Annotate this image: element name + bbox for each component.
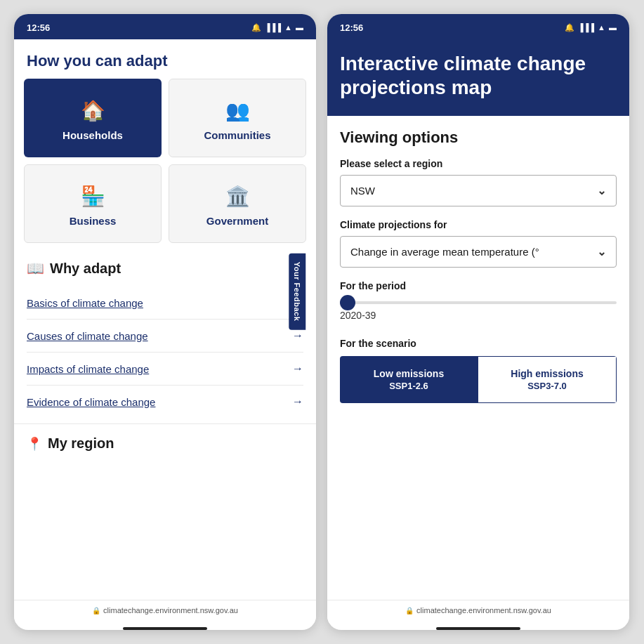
pin-icon: 📍 (27, 436, 42, 452)
causes-arrow: → (292, 329, 303, 342)
battery-icon: ▬ (296, 23, 303, 32)
nav-link-evidence[interactable]: Evidence of climate change → (27, 386, 303, 418)
status-icons-left: 🔔 ▐▐▐ ▲ ▬ (251, 23, 303, 32)
scenario-section: For the scenario Low emissions SSP1-2.6 … (327, 332, 629, 403)
households-label: Households (63, 129, 123, 141)
impacts-link-text: Impacts of climate change (27, 363, 149, 375)
signal-icon: ▐▐▐ (265, 23, 281, 32)
region-group: Please select a region NSW ⌄ (340, 158, 617, 206)
nav-links: Basics of climate change → Causes of cli… (14, 287, 316, 418)
home-indicator-1 (123, 627, 207, 630)
government-label: Government (206, 215, 268, 227)
notification-icon: 🔔 (251, 23, 261, 32)
period-label: For the period (340, 280, 617, 291)
signal-icon-2: ▐▐▐ (578, 23, 594, 32)
slider-track (340, 301, 617, 304)
battery-icon-2: ▬ (609, 23, 617, 32)
nav-link-impacts[interactable]: Impacts of climate change → (27, 353, 303, 386)
my-region-section: 📍 My region (14, 423, 316, 459)
time-right: 12:56 (340, 22, 363, 33)
phone1-footer: 🔒 climatechange.environment.nsw.gov.au (14, 600, 316, 623)
notification-icon-2: 🔔 (565, 23, 574, 32)
basics-link-text: Basics of climate change (27, 297, 143, 309)
wifi-icon: ▲ (284, 23, 292, 32)
wifi-icon-2: ▲ (598, 23, 605, 32)
phone-right: 12:56 🔔 ▐▐▐ ▲ ▬ Interactive climate chan… (327, 14, 629, 630)
why-adapt-title: Why adapt (50, 261, 121, 277)
households-icon: 🏠 (81, 99, 105, 122)
communities-label: Communities (204, 129, 270, 141)
feedback-tab[interactable]: Your Feedback (289, 253, 306, 329)
impacts-arrow: → (292, 362, 303, 375)
nav-link-causes[interactable]: Causes of climate change → (27, 320, 303, 353)
phone1-content: How you can adapt 🏠 Households 👥 Communi… (14, 39, 316, 600)
footer-url-1: climatechange.environment.nsw.gov.au (103, 606, 238, 615)
projections-label: Climate projections for (340, 219, 617, 230)
business-icon: 🏪 (81, 185, 105, 208)
period-value: 2020-39 (340, 310, 617, 321)
high-emissions-label: High emissions (511, 368, 583, 379)
footer-url-2: climatechange.environment.nsw.gov.au (416, 606, 551, 615)
status-bar-left: 12:56 🔔 ▐▐▐ ▲ ▬ (14, 14, 316, 39)
my-region-title: My region (48, 435, 114, 452)
projections-select[interactable]: Change in average mean temperature (° ⌄ (340, 236, 617, 268)
my-region-header: 📍 My region (27, 435, 303, 452)
low-emissions-ssp: SSP1-2.6 (347, 381, 471, 391)
status-icons-right: 🔔 ▐▐▐ ▲ ▬ (565, 23, 617, 32)
viewing-options: Viewing options Please select a region N… (327, 116, 629, 268)
lock-icon-2: 🔒 (405, 607, 414, 615)
region-value: NSW (350, 185, 375, 197)
business-label: Business (70, 215, 117, 227)
viewing-options-title: Viewing options (340, 129, 617, 147)
projections-group: Climate projections for Change in averag… (340, 219, 617, 268)
lock-icon-1: 🔒 (92, 607, 100, 615)
book-icon: 📖 (27, 260, 44, 277)
causes-link-text: Causes of climate change (27, 330, 148, 342)
scenario-high-emissions[interactable]: High emissions SSP3-7.0 (478, 356, 617, 403)
scenario-low-emissions[interactable]: Low emissions SSP1-2.6 (340, 356, 478, 403)
card-business[interactable]: 🏪 Business (24, 164, 162, 243)
card-communities[interactable]: 👥 Communities (169, 79, 306, 157)
phone2-header: Interactive climate change projections m… (327, 39, 629, 116)
period-section: For the period 2020-39 (327, 280, 629, 332)
scenario-label: For the scenario (340, 338, 617, 349)
slider-thumb[interactable] (340, 295, 355, 310)
scenario-buttons: Low emissions SSP1-2.6 High emissions SS… (340, 356, 617, 403)
region-select[interactable]: NSW ⌄ (340, 175, 617, 206)
nav-link-basics[interactable]: Basics of climate change → (27, 287, 303, 320)
projections-chevron: ⌄ (597, 245, 606, 258)
phone-left: 12:56 🔔 ▐▐▐ ▲ ▬ Your Feedback How you ca… (14, 14, 316, 630)
card-households[interactable]: 🏠 Households (24, 79, 162, 157)
phone2-content: Viewing options Please select a region N… (327, 116, 629, 600)
status-bar-right: 12:56 🔔 ▐▐▐ ▲ ▬ (327, 14, 629, 39)
phone2-footer: 🔒 climatechange.environment.nsw.gov.au (327, 600, 629, 623)
region-chevron: ⌄ (597, 184, 606, 197)
region-label: Please select a region (340, 158, 617, 169)
card-government[interactable]: 🏛️ Government (169, 164, 306, 243)
government-icon: 🏛️ (225, 185, 250, 208)
home-indicator-2 (436, 627, 520, 630)
communities-icon: 👥 (225, 99, 250, 122)
high-emissions-ssp: SSP3-7.0 (485, 381, 609, 391)
time-left: 12:56 (27, 22, 50, 33)
page-title: How you can adapt (14, 39, 316, 79)
low-emissions-label: Low emissions (374, 368, 444, 379)
evidence-arrow: → (292, 395, 303, 408)
projections-value: Change in average mean temperature (° (350, 246, 539, 258)
evidence-link-text: Evidence of climate change (27, 396, 155, 408)
why-adapt-header: 📖 Why adapt (14, 253, 316, 287)
map-title: Interactive climate change projections m… (340, 52, 617, 99)
adapt-grid: 🏠 Households 👥 Communities 🏪 Business 🏛️… (14, 79, 316, 253)
